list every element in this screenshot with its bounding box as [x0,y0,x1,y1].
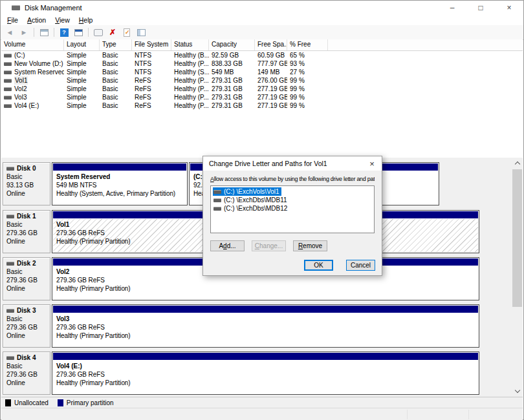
volume-list: Volume Layout Type File System Status Ca… [1,39,523,158]
title-bar: Disk Management – □ × [1,1,523,15]
partition-color-bar [53,353,478,360]
list-item-exchdbs-mdb11[interactable]: (C:) \ExchDbs\MDB11 [213,196,374,204]
disk-icon [6,262,14,266]
volume-icon [4,96,12,100]
menu-bar: File Action View Help [1,15,523,25]
table-row[interactable]: Vol3 Simple Basic ReFS Healthy (P... 279… [1,93,523,101]
unallocated-swatch [5,399,11,406]
volume-icon [4,87,12,91]
volume-icon [4,79,12,83]
dialog-label: Allow access to this volume by using the… [210,176,375,182]
table-row[interactable]: Vol4 (E:) Simple Basic ReFS Healthy (P..… [1,101,523,110]
column-header-layout[interactable]: Layout [64,39,100,50]
checklist-icon[interactable] [121,26,133,38]
column-header-pct-free[interactable]: % Free [287,39,328,50]
delete-icon[interactable]: ✗ [107,26,118,38]
table-row[interactable]: System Reserved Simple Basic NTFS Health… [1,68,523,76]
change-button: Change... [252,240,286,251]
status-bar [1,408,523,420]
disk-3-header[interactable]: Disk 3 Basic 279.36 GB Online [3,304,50,348]
window-title: Disk Management [25,4,82,12]
dialog-title: Change Drive Letter and Paths for Vol1 [209,160,327,167]
remove-button[interactable]: Remove [293,240,327,251]
column-header-type[interactable]: Type [100,39,132,50]
table-row-vol1[interactable]: Vol1 Simple Basic ReFS Healthy (P... 279… [1,76,523,85]
disk-0-header[interactable]: Disk 0 Basic 93.13 GB Online [3,162,50,205]
menu-action[interactable]: Action [23,16,50,24]
dialog-close-icon[interactable]: × [362,156,382,171]
disk-row-4: Disk 4 Basic 279.36 GB Online Vol4 (E:) … [3,352,479,395]
popup-icon[interactable] [93,26,104,38]
column-header-capacity[interactable]: Capacity [209,39,255,50]
cancel-button[interactable]: Cancel [346,260,375,271]
toolbar: ◄ ► ? ✗ [1,25,523,40]
toolbar-separator [34,28,34,37]
partition-system-reserved[interactable]: System Reserved 549 MB NTFS Healthy (Sys… [52,162,188,205]
disk-app-icon [12,5,20,10]
column-header-file-system[interactable]: File System [132,39,171,50]
volume-list-header: Volume Layout Type File System Status Ca… [1,39,523,51]
table-row[interactable]: New Volume (D:) Simple Basic NTFS Health… [1,59,523,68]
disk-icon [6,356,14,360]
volume-icon [213,207,221,211]
partition-vol4[interactable]: Vol4 (E:) 279.36 GB ReFS Healthy (Primar… [52,352,479,395]
column-header-status[interactable]: Status [171,39,209,50]
legend-bar: Unallocated Primary partition [1,397,523,408]
volume-icon [4,54,12,58]
disk-management-window: Disk Management – □ × File Action View H… [0,0,524,420]
volume-icon [4,70,12,74]
properties-icon[interactable] [135,26,147,38]
forward-icon[interactable]: ► [18,26,30,38]
maximize-button[interactable]: □ [466,1,495,15]
menu-file[interactable]: File [3,16,23,24]
console-tree-icon[interactable] [38,26,50,38]
toolbar-separator [54,28,54,37]
scroll-down-icon[interactable] [512,386,523,397]
column-header-filler [328,39,523,50]
change-drive-letter-dialog: Change Drive Letter and Paths for Vol1 ×… [202,156,382,276]
ok-button[interactable]: OK [304,260,333,271]
disk-2-header[interactable]: Disk 2 Basic 279.36 GB Online [3,257,50,300]
volume-icon [4,62,12,66]
scrollbar-thumb[interactable] [512,169,522,307]
table-row[interactable]: Vol2 Simple Basic ReFS Healthy (P... 279… [1,85,523,93]
volume-icon [213,190,221,194]
legend-primary-partition: Primary partition [58,399,114,406]
table-row[interactable]: (C:) Simple Basic NTFS Healthy (B... 92.… [1,51,523,59]
menu-view[interactable]: View [50,16,74,24]
window-controls: – □ × [438,1,523,15]
scroll-up-icon[interactable] [512,158,523,169]
dialog-title-bar[interactable]: Change Drive Letter and Paths for Vol1 × [203,156,382,171]
disk-4-header[interactable]: Disk 4 Basic 279.36 GB Online [3,352,50,395]
back-icon[interactable]: ◄ [4,26,16,38]
mount-path-listbox[interactable]: (C:) \ExchVols\Vol1 (C:) \ExchDbs\MDB11 … [210,185,375,233]
close-button[interactable]: × [495,1,523,15]
volume-icon [4,104,12,108]
partition-color-bar [53,163,186,171]
dialog-ok-row: OK Cancel [210,260,375,271]
menu-help[interactable]: Help [74,16,98,24]
disk-icon [6,167,14,171]
window-icon[interactable] [72,26,84,38]
list-item-exchdbs-mdb12[interactable]: (C:) \ExchDbs\MDB12 [213,204,374,213]
column-header-volume[interactable]: Volume [1,39,64,50]
legend-unallocated: Unallocated [5,399,49,406]
primary-partition-swatch [58,399,63,406]
disk-1-header[interactable]: Disk 1 Basic 279.36 GB Online [3,210,50,253]
disk-icon [6,215,14,218]
toolbar-separator [88,28,89,37]
vertical-scrollbar[interactable] [512,158,523,397]
minimize-button[interactable]: – [438,1,466,15]
disk-icon [6,309,14,313]
add-button[interactable]: Add... [210,240,245,251]
list-item-exchvols-vol1[interactable]: (C:) \ExchVols\Vol1 [213,187,374,196]
volume-icon [213,198,221,202]
column-header-free-space[interactable]: Free Spa... [255,39,287,50]
partition-color-bar [53,306,478,313]
dialog-button-row: Add... Change... Remove [210,240,375,251]
disk-row-3: Disk 3 Basic 279.36 GB Online Vol3 279.3… [3,304,479,348]
partition-vol3[interactable]: Vol3 279.36 GB ReFS Healthy (Primary Par… [52,304,479,348]
help-icon[interactable]: ? [58,26,70,38]
